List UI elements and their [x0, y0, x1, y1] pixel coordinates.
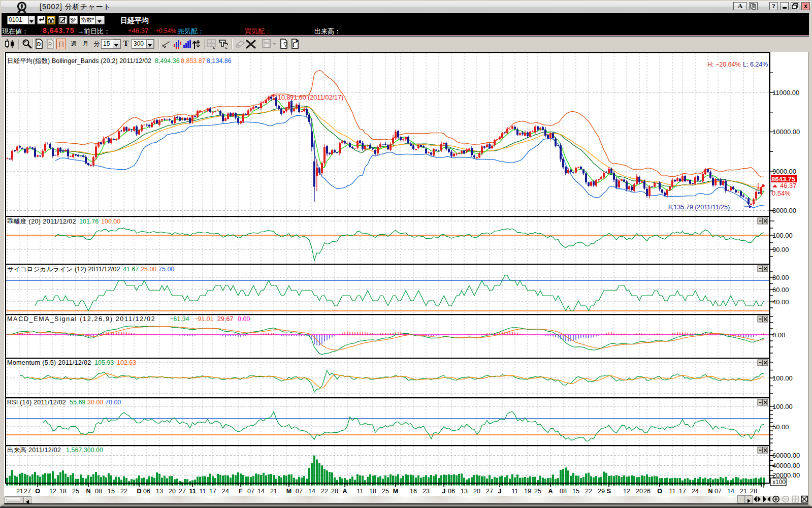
svg-text:22: 22: [321, 488, 328, 495]
svg-text:S: S: [607, 488, 611, 495]
svg-text:27: 27: [179, 488, 186, 495]
svg-text:J: J: [498, 488, 502, 495]
svg-text:13: 13: [461, 488, 468, 495]
svg-text:9000.00: 9000.00: [772, 168, 796, 175]
svg-text:D: D: [137, 488, 141, 495]
svg-text:26: 26: [643, 488, 651, 495]
svg-text:21: 21: [16, 488, 23, 495]
svg-text:100.00: 100.00: [101, 218, 120, 225]
svg-text:O: O: [35, 488, 40, 495]
svg-text:−61.34: −61.34: [170, 315, 189, 323]
svg-text:28: 28: [331, 488, 338, 495]
svg-text:8,494.36: 8,494.36: [155, 57, 180, 65]
svg-text:19: 19: [524, 488, 531, 495]
svg-text:0.54%: 0.54%: [772, 189, 791, 197]
svg-text:8,134.86: 8,134.86: [207, 57, 232, 65]
svg-text:10000.00: 10000.00: [772, 128, 800, 136]
svg-text:M: M: [286, 488, 291, 495]
svg-text:30.00: 30.00: [87, 399, 103, 406]
svg-text:出来高 2011/12/02: 出来高 2011/12/02: [7, 447, 61, 454]
svg-text:40000.00: 40000.00: [772, 462, 800, 469]
svg-text:16: 16: [410, 488, 417, 495]
svg-text:−91.01: −91.01: [194, 315, 214, 323]
svg-text:H: −20.64%: H: −20.64%: [707, 61, 741, 68]
svg-text:12: 12: [49, 488, 56, 495]
svg-text:20: 20: [169, 488, 176, 495]
svg-text:R: R: [48, 42, 52, 47]
svg-text:06: 06: [448, 488, 455, 495]
svg-text:12: 12: [623, 488, 630, 495]
svg-text:08: 08: [95, 488, 102, 495]
svg-text:14: 14: [308, 488, 315, 495]
svg-text:25: 25: [72, 488, 79, 495]
svg-text:22: 22: [585, 488, 592, 495]
svg-text:60.00: 60.00: [772, 286, 789, 294]
svg-text:11000.00: 11000.00: [772, 89, 799, 97]
svg-text:A: A: [342, 488, 347, 495]
svg-text:101.76: 101.76: [79, 218, 99, 225]
svg-text:14: 14: [257, 488, 265, 495]
svg-text:55.69: 55.69: [70, 399, 85, 406]
svg-text:11: 11: [189, 488, 196, 495]
svg-text:28: 28: [750, 488, 757, 495]
svg-text:25: 25: [534, 488, 541, 495]
svg-text:22: 22: [120, 488, 127, 495]
svg-text:105.93: 105.93: [94, 359, 114, 366]
svg-text:M: M: [393, 488, 398, 495]
svg-text:25: 25: [382, 488, 389, 495]
svg-text:10,891.60 (2011/02/17): 10,891.60 (2011/02/17): [278, 94, 343, 101]
svg-text:N: N: [708, 488, 712, 495]
svg-text:F: F: [239, 488, 243, 495]
svg-text:J: J: [442, 488, 446, 495]
svg-text:乖離度 (20) 2011/12/02: 乖離度 (20) 2011/12/02: [7, 218, 76, 225]
svg-text:サイコロジカルライン (12) 2011/12/02: サイコロジカルライン (12) 2011/12/02: [7, 266, 120, 273]
svg-text:24: 24: [222, 488, 229, 495]
svg-text:11: 11: [200, 488, 206, 495]
svg-text:06: 06: [143, 488, 150, 495]
svg-text:90.00: 90.00: [772, 246, 789, 253]
svg-text:08: 08: [560, 488, 567, 495]
svg-text:29: 29: [598, 488, 605, 495]
svg-text:RSI (14) 2011/12/02: RSI (14) 2011/12/02: [7, 399, 66, 406]
svg-text:100.00: 100.00: [772, 374, 793, 382]
svg-text:46.37: 46.37: [780, 182, 797, 189]
svg-text:x100: x100: [772, 479, 786, 486]
svg-text:07: 07: [714, 488, 722, 495]
svg-text:N: N: [86, 488, 90, 495]
svg-text:14: 14: [727, 488, 734, 495]
svg-text:75.00: 75.00: [158, 266, 174, 273]
svg-text:11: 11: [669, 488, 676, 495]
svg-text:70.00: 70.00: [105, 399, 121, 406]
svg-text:8000.00: 8000.00: [772, 207, 796, 214]
svg-text:L: 6.24%: L: 6.24%: [743, 61, 768, 68]
svg-text:20: 20: [473, 488, 480, 495]
svg-text:1,567,300.00: 1,567,300.00: [66, 447, 103, 454]
svg-text:27: 27: [486, 488, 493, 495]
svg-text:50.00: 50.00: [772, 423, 789, 431]
svg-text:40.00: 40.00: [772, 298, 789, 306]
svg-text:21: 21: [270, 488, 277, 495]
svg-text:21: 21: [740, 488, 747, 495]
svg-text:102.63: 102.63: [117, 359, 136, 366]
svg-text:日経平均(指数) Bollinger_Bands (20,2: 日経平均(指数) Bollinger_Bands (20,2) 2011/12/…: [7, 57, 151, 65]
svg-text:MACD_EMA_Signal (12,26,9) 2011: MACD_EMA_Signal (12,26,9) 2011/12/02: [7, 315, 155, 323]
svg-text:15: 15: [108, 488, 115, 495]
svg-text:41.67: 41.67: [123, 266, 139, 273]
svg-text:A: A: [548, 488, 553, 495]
svg-text:18: 18: [369, 488, 376, 495]
svg-text:17: 17: [679, 488, 686, 495]
svg-text:100.00: 100.00: [772, 403, 793, 410]
svg-text:0.00: 0.00: [238, 315, 250, 323]
svg-text:O: O: [657, 488, 662, 495]
svg-text:29.67: 29.67: [217, 315, 233, 323]
svg-text:25.00: 25.00: [141, 266, 156, 273]
svg-text:07: 07: [247, 488, 254, 495]
svg-text:17: 17: [209, 488, 216, 495]
svg-text:8,853.87: 8,853.87: [181, 57, 206, 65]
svg-text:D: D: [37, 42, 41, 47]
svg-text:15: 15: [572, 488, 579, 495]
svg-text:80.00: 80.00: [772, 274, 789, 281]
svg-text:07: 07: [296, 488, 303, 495]
svg-text:0.00: 0.00: [772, 331, 785, 339]
svg-text:8,135.79 (2011/11/25): 8,135.79 (2011/11/25): [668, 204, 730, 211]
